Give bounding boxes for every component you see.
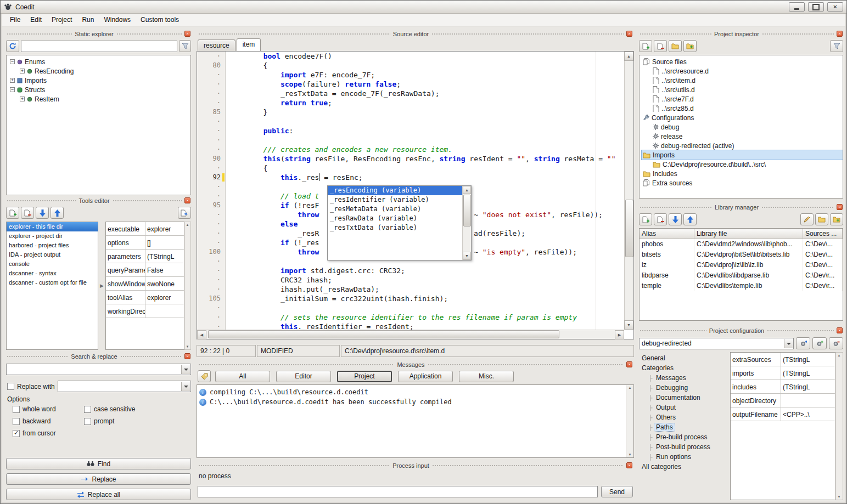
filter-all[interactable]: All	[215, 371, 270, 382]
code-line[interactable]: · /// creates and encodes a new resource…	[197, 145, 624, 154]
property-value[interactable]: (TStringL	[781, 380, 835, 393]
code-line[interactable]: · scope(failure) return false;	[197, 80, 624, 89]
project-tree-item-src-resource-d[interactable]: ..\src\resource.d	[642, 66, 843, 76]
close-panel-icon[interactable]	[837, 204, 843, 210]
code-line[interactable]: · // sets the resource identifier to the…	[197, 313, 624, 322]
tab-resource[interactable]: resource	[198, 39, 235, 51]
panel-grip[interactable]	[198, 465, 390, 467]
option-backward[interactable]: backward	[13, 417, 84, 425]
open-library-button[interactable]	[815, 213, 828, 225]
code-line[interactable]: · _resTxtData = encode_7F(_resRawData);	[197, 89, 624, 98]
project-tree-item-c-dev-dproj-resource-d-build-src[interactable]: C:\Dev\dproj\resource.d\build\..\src\	[642, 160, 843, 169]
code-line[interactable]: ·	[197, 117, 624, 126]
project-tree-item-debug-redirected-active[interactable]: debug-redirected (active)	[642, 141, 843, 150]
scroll-up-icon[interactable]: ▲	[463, 186, 471, 194]
close-panel-icon[interactable]	[626, 361, 632, 367]
code-line[interactable]: · CRC32 ihash;	[197, 275, 624, 285]
collapse-icon[interactable]: −	[10, 87, 15, 92]
expand-icon[interactable]: +	[10, 78, 15, 83]
property-row-options[interactable]: options[]	[106, 236, 184, 250]
tool-item-dscanner-custom-opt-for-file[interactable]: dscanner - custom opt for file	[7, 278, 98, 287]
category-debugging[interactable]: ├Debugging	[639, 383, 726, 393]
configuration-select[interactable]: debug-redirected	[639, 338, 794, 349]
panel-grip[interactable]	[640, 206, 712, 208]
column-header-sources[interactable]: Sources ...	[803, 229, 843, 239]
panel-grip[interactable]	[7, 200, 76, 202]
project-tree-item-src-utils-d[interactable]: ..\src\utils.d	[642, 85, 843, 94]
project-tree-item-configurations[interactable]: Configurations	[642, 113, 843, 122]
project-tree-item-includes[interactable]: Includes	[642, 169, 843, 178]
category-documentation[interactable]: ├Documentation	[639, 393, 726, 403]
completion-item-residentifier[interactable]: _resIdentifier (variable)	[328, 195, 462, 205]
panel-grip[interactable]	[7, 355, 68, 358]
panel-grip[interactable]	[198, 364, 394, 366]
property-value[interactable]: swoNone	[145, 277, 184, 290]
chevron-down-icon[interactable]	[181, 382, 190, 391]
property-value[interactable]	[781, 394, 835, 407]
tree-item-resencoding[interactable]: +ResEncoding	[8, 66, 190, 76]
completion-item-resrawdata[interactable]: _resRawData (variable)	[328, 214, 462, 223]
move-tool-down-button[interactable]	[36, 207, 49, 219]
tree-item-imports[interactable]: +Imports	[8, 76, 190, 85]
tool-item-explorer-this-file-dir[interactable]: explorer - this file dir	[7, 222, 98, 231]
process-input-field[interactable]	[198, 486, 598, 497]
tool-item-console[interactable]: console	[7, 259, 98, 269]
column-header-alias[interactable]: Alias	[640, 229, 694, 239]
library-row-phobos[interactable]: phobosC:\Dev\dmd2\windows\lib\phob...C:\…	[640, 239, 843, 250]
code-line[interactable]: 105 _initialSum = crc322uint(ihash.finis…	[197, 294, 624, 303]
add-library-folder-button[interactable]	[830, 213, 843, 225]
code-line[interactable]: · {	[197, 163, 624, 173]
send-button[interactable]: Send	[601, 486, 633, 497]
panel-grip[interactable]	[640, 33, 711, 35]
symbol-filter-input[interactable]	[21, 41, 177, 52]
property-value[interactable]: <CPP>..\	[781, 407, 835, 421]
property-value[interactable]: explorer	[145, 291, 184, 304]
execute-tool-button[interactable]	[178, 207, 191, 219]
option-whole-word[interactable]: whole word	[13, 405, 84, 413]
code-line[interactable]: · import std.digest.crc: CRC32;	[197, 266, 624, 275]
category-run-options[interactable]: ├Run options	[639, 452, 726, 462]
code-line[interactable]: ·	[197, 135, 624, 145]
completion-item-restxtdata[interactable]: _resTxtData (variable)	[328, 223, 462, 233]
scroll-up-icon[interactable]: ▲	[186, 223, 189, 226]
property-value[interactable]: (TStringL	[781, 366, 835, 380]
move-library-down-button[interactable]	[669, 213, 682, 225]
library-row-iz[interactable]: izC:\Dev\dproj\iz\lib\iz.libC:\Dev\...	[640, 260, 843, 270]
scroll-down-icon[interactable]: ▼	[838, 495, 841, 499]
panel-grip[interactable]	[116, 33, 182, 35]
category-output[interactable]: ├Output	[639, 403, 726, 412]
property-value[interactable]: (TStringL	[781, 353, 835, 366]
code-line[interactable]: · ihash.put(_resRawData);	[197, 285, 624, 294]
menu-file[interactable]: File	[5, 14, 25, 26]
menu-project[interactable]: Project	[47, 14, 77, 26]
scroll-up-icon[interactable]: ▲	[624, 52, 633, 61]
config-scrollbar[interactable]: ▲▼	[835, 352, 843, 500]
code-line[interactable]: 85 }	[197, 107, 624, 117]
editor-vertical-scrollbar[interactable]: ▲ ▼	[624, 52, 633, 330]
panel-grip[interactable]	[761, 206, 834, 208]
checkbox-icon[interactable]	[13, 430, 20, 437]
code-line[interactable]: · bool encodee7F()	[197, 52, 624, 61]
menu-windows[interactable]: Windows	[99, 14, 136, 26]
messages-scrollbar[interactable]: ▲▼	[626, 385, 633, 457]
filter-application[interactable]: Application	[398, 371, 453, 382]
category-pre-build-process[interactable]: ├Pre-build process	[639, 432, 726, 442]
checkbox-icon[interactable]	[13, 406, 20, 413]
property-value[interactable]	[145, 304, 184, 318]
find-button[interactable]: Find	[6, 458, 191, 469]
add-config-item-button[interactable]	[812, 337, 827, 349]
code-line[interactable]: · this._resIdentifier = resIdent;	[197, 322, 624, 330]
inspector-filter-button[interactable]	[830, 40, 843, 52]
config-property-imports[interactable]: imports(TStringL	[731, 366, 835, 380]
property-row-parameters[interactable]: parameters(TStringL	[106, 250, 184, 263]
library-row-bitsets[interactable]: bitsetsC:\Dev\dproj\bitSet\lib\bitsets.l…	[640, 250, 843, 260]
panel-grip[interactable]	[762, 33, 834, 35]
expand-icon[interactable]: +	[20, 97, 25, 101]
tool-item-dscanner-syntax[interactable]: dscanner - syntax	[7, 269, 98, 278]
property-row-workingdirect[interactable]: workingDirect	[106, 304, 184, 318]
scroll-down-icon[interactable]: ▼	[629, 453, 632, 456]
scrollbar-thumb[interactable]	[463, 195, 471, 226]
minimize-button[interactable]	[789, 2, 805, 12]
remove-config-item-button[interactable]	[829, 337, 843, 349]
panel-grip[interactable]	[432, 465, 624, 467]
